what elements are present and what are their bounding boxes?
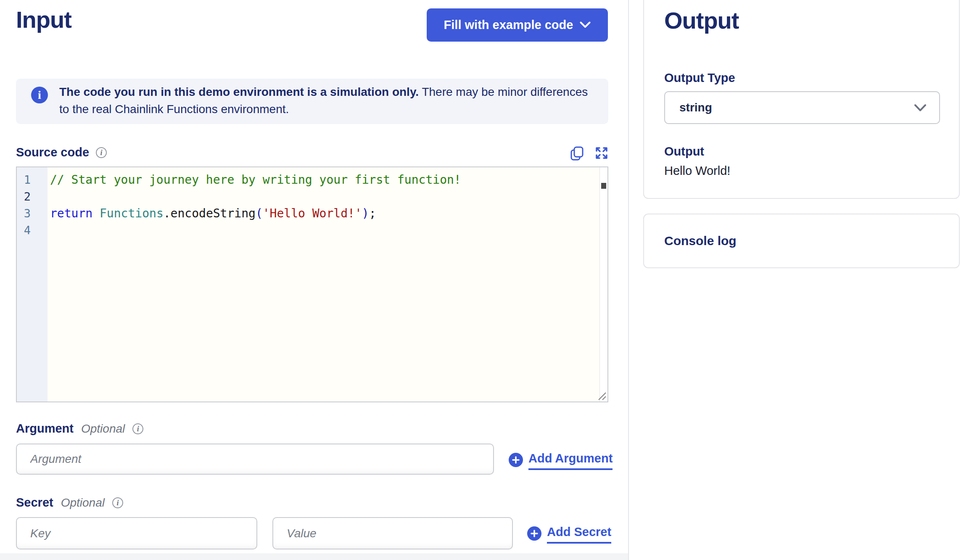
plus-icon xyxy=(512,456,520,464)
code-token-comment: // Start your journey here by writing yo… xyxy=(50,173,461,187)
output-result-label: Output xyxy=(664,145,704,158)
input-panel-title: Input xyxy=(16,6,71,33)
output-type-select[interactable]: string xyxy=(664,91,940,124)
info-icon: i xyxy=(31,87,48,103)
line-numbers: 1234 xyxy=(17,167,48,402)
copy-icon[interactable] xyxy=(570,146,584,161)
output-result-value: Hello World! xyxy=(664,164,730,178)
code-lines[interactable]: // Start your journey here by writing yo… xyxy=(48,167,607,402)
secret-header: Secret Optional i xyxy=(16,496,123,510)
code-line xyxy=(50,188,607,205)
code-line xyxy=(50,222,607,239)
chevron-down-icon xyxy=(914,104,927,112)
code-token-bracket: ) xyxy=(362,206,369,220)
secret-key-input[interactable] xyxy=(16,517,257,549)
argument-input[interactable] xyxy=(16,444,494,475)
plus-icon xyxy=(531,530,538,537)
line-number: 4 xyxy=(17,222,48,239)
source-code-label: Source code xyxy=(16,145,89,159)
code-line: return Functions.encodeString('Hello Wor… xyxy=(50,205,607,222)
line-number: 1 xyxy=(17,172,48,188)
fill-with-example-code-button[interactable]: Fill with example code xyxy=(427,8,608,42)
info-tooltip-icon[interactable]: i xyxy=(112,497,123,508)
code-token-variable: Functions xyxy=(100,206,164,220)
console-log-label: Console log xyxy=(664,234,737,248)
banner-bold-text: The code you run in this demo environmen… xyxy=(59,85,419,98)
code-token-keyword: return xyxy=(50,206,92,220)
plus-circle-icon[interactable] xyxy=(527,526,541,541)
source-code-header: Source code i xyxy=(16,145,107,159)
line-number: 2 xyxy=(17,188,48,205)
secret-optional-label: Optional xyxy=(61,496,105,510)
output-card: Output Output Type string Output Hello W… xyxy=(643,0,960,199)
code-token-plain: ; xyxy=(369,206,376,220)
plus-circle-icon[interactable] xyxy=(509,453,523,467)
secret-value-input[interactable] xyxy=(272,517,513,549)
add-secret-button[interactable]: Add Secret xyxy=(547,525,611,544)
banner-text: The code you run in this demo environmen… xyxy=(59,83,595,118)
argument-header: Argument Optional i xyxy=(16,422,143,436)
editor-scrollbar-thumb[interactable] xyxy=(601,183,606,189)
argument-optional-label: Optional xyxy=(81,422,125,436)
line-number: 3 xyxy=(17,205,48,222)
editor-toolbar xyxy=(570,146,609,161)
output-type-value: string xyxy=(679,101,914,114)
simulation-notice-banner: i The code you run in this demo environm… xyxy=(16,79,608,124)
code-line: // Start your journey here by writing yo… xyxy=(50,172,607,188)
panel-divider xyxy=(628,0,629,560)
console-log-card: Console log xyxy=(643,214,960,268)
editor-scrollbar[interactable] xyxy=(599,167,607,402)
info-tooltip-icon[interactable]: i xyxy=(132,423,143,434)
expand-icon[interactable] xyxy=(594,146,609,160)
fill-button-label: Fill with example code xyxy=(444,18,573,32)
info-tooltip-icon[interactable]: i xyxy=(96,147,107,158)
chainlink-functions-playground: { "input": { "title": "Input", "fill_exa… xyxy=(0,0,977,560)
code-token-plain: .encodeString xyxy=(164,206,256,220)
argument-label: Argument xyxy=(16,422,74,436)
code-token-string: 'Hello World!' xyxy=(263,206,362,220)
code-token-plain xyxy=(92,206,100,220)
source-code-editor[interactable]: 1234 // Start your journey here by writi… xyxy=(16,166,608,402)
bottom-bar-edge xyxy=(0,553,628,560)
add-argument-button[interactable]: Add Argument xyxy=(528,452,613,470)
chevron-down-icon xyxy=(580,21,591,29)
resize-handle-icon[interactable] xyxy=(597,391,607,401)
code-token-bracket: ( xyxy=(256,206,263,220)
secret-label: Secret xyxy=(16,496,53,510)
output-type-label: Output Type xyxy=(664,71,735,85)
output-panel-title: Output xyxy=(664,7,739,34)
